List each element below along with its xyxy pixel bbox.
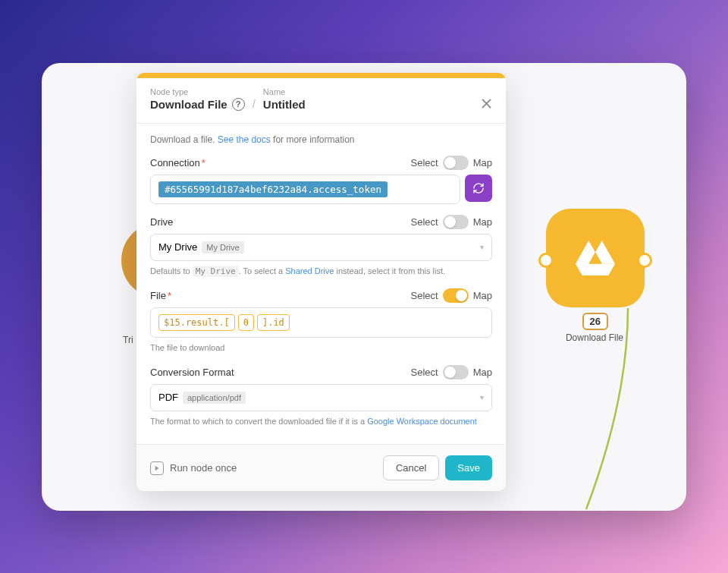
dialog-body: Download a file. See the docs for more i… bbox=[136, 124, 506, 445]
format-badge: application/pdf bbox=[183, 392, 246, 404]
download-file-node[interactable] bbox=[546, 209, 645, 307]
breadcrumb-separator: / bbox=[253, 97, 256, 110]
connection-token[interactable]: #65565991d187a4bef6232a84.access_token bbox=[158, 181, 388, 197]
format-field: Conversion Format Select Map PDF applica… bbox=[150, 365, 492, 428]
drive-label: Drive bbox=[150, 216, 173, 228]
run-node-once-button[interactable]: Run node once bbox=[150, 461, 237, 475]
chevron-down-icon: ▾ bbox=[480, 393, 484, 401]
file-token-1[interactable]: 0 bbox=[238, 314, 254, 331]
save-button[interactable]: Save bbox=[445, 455, 492, 480]
drive-select[interactable]: My Drive My Drive ▾ bbox=[150, 234, 492, 261]
connection-field: Connection* Select Map #65565991d187a4be… bbox=[150, 156, 492, 204]
google-drive-icon bbox=[573, 238, 617, 278]
drive-help: Defaults to My Drive. To select a Shared… bbox=[150, 265, 492, 279]
format-help: The format to which to convert the downl… bbox=[150, 415, 492, 428]
workflow-canvas[interactable]: Tri 26 Download File Node type Download bbox=[42, 63, 686, 511]
format-value: PDF bbox=[158, 392, 178, 403]
drive-value: My Drive bbox=[158, 241, 197, 253]
file-label: File bbox=[150, 290, 166, 301]
file-token-2[interactable]: ].id bbox=[257, 314, 290, 331]
node-badge: 26 bbox=[582, 313, 608, 330]
drive-map-label: Map bbox=[473, 216, 492, 228]
node-config-dialog: Node type Download File ? / Name Untitle… bbox=[136, 73, 506, 492]
connection-label: Connection bbox=[150, 157, 200, 168]
connection-input[interactable]: #65565991d187a4bef6232a84.access_token bbox=[150, 175, 460, 204]
drive-select-label: Select bbox=[411, 216, 438, 228]
file-toggle[interactable] bbox=[443, 288, 469, 303]
dialog-accent-bar bbox=[136, 73, 506, 78]
help-icon[interactable]: ? bbox=[232, 98, 245, 111]
file-field: File* Select Map $15.result.[ 0 ].id The… bbox=[150, 288, 492, 354]
node-label: Download File bbox=[566, 332, 623, 343]
format-map-label: Map bbox=[473, 367, 492, 378]
shared-drive-link[interactable]: Shared Drive bbox=[285, 266, 334, 275]
docs-link[interactable]: See the docs bbox=[218, 134, 271, 145]
close-button[interactable] bbox=[477, 95, 495, 113]
format-toggle[interactable] bbox=[443, 365, 469, 379]
dialog-header: Node type Download File ? / Name Untitle… bbox=[136, 78, 506, 124]
format-label: Conversion Format bbox=[150, 367, 234, 378]
file-input[interactable]: $15.result.[ 0 ].id bbox=[150, 307, 492, 338]
play-icon bbox=[150, 461, 164, 475]
workspace-doc-link[interactable]: Google Workspace document bbox=[367, 417, 477, 426]
refresh-connection-button[interactable] bbox=[465, 175, 492, 202]
connection-select-label: Select bbox=[411, 157, 438, 168]
trigger-node-label: Tri bbox=[123, 335, 133, 345]
file-help: The file to download bbox=[150, 342, 492, 354]
cancel-button[interactable]: Cancel bbox=[383, 455, 439, 480]
dialog-footer: Run node once Cancel Save bbox=[136, 444, 506, 491]
node-name-value[interactable]: Untitled bbox=[263, 98, 306, 111]
format-select-label: Select bbox=[411, 367, 438, 378]
connection-map-label: Map bbox=[473, 157, 492, 168]
name-label: Name bbox=[263, 87, 306, 96]
format-select[interactable]: PDF application/pdf ▾ bbox=[150, 384, 492, 411]
file-map-label: Map bbox=[473, 290, 492, 301]
file-token-0[interactable]: $15.result.[ bbox=[158, 314, 235, 331]
node-type-label: Node type bbox=[150, 87, 245, 96]
drive-field: Drive Select Map My Drive My Drive ▾ De bbox=[150, 215, 492, 279]
connection-toggle[interactable] bbox=[443, 156, 469, 170]
drive-toggle[interactable] bbox=[443, 215, 469, 229]
file-select-label: Select bbox=[411, 290, 438, 301]
node-type-value: Download File bbox=[150, 98, 228, 111]
doc-description: Download a file. See the docs for more i… bbox=[150, 134, 492, 145]
drive-badge: My Drive bbox=[202, 241, 243, 253]
chevron-down-icon: ▾ bbox=[480, 243, 484, 251]
